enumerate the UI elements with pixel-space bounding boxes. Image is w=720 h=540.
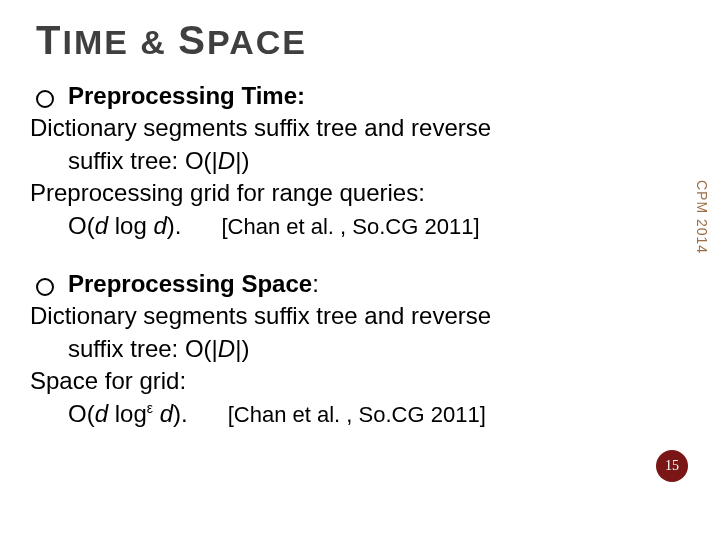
- page-number-badge: 15: [656, 450, 688, 482]
- bullet-1: Preprocessing Time:: [30, 80, 650, 112]
- title-letter-S: S: [178, 18, 207, 62]
- slide-body: Preprocessing Time: Dictionary segments …: [30, 80, 650, 430]
- section2-citation: [Chan et al. , So.CG 2011]: [228, 402, 486, 427]
- page-number: 15: [665, 458, 679, 474]
- conference-label: CPM 2014: [694, 180, 710, 254]
- section1-line2: suffix tree: O(|D|): [30, 145, 650, 177]
- section2-line1: Dictionary segments suffix tree and reve…: [30, 300, 650, 332]
- section1-heading: Preprocessing Time:: [68, 82, 305, 109]
- title-part-pace: PACE: [207, 23, 307, 61]
- title-letter-T: T: [36, 18, 62, 62]
- section2-line4: O(d logε d). [Chan et al. , So.CG 2011]: [30, 398, 650, 430]
- bullet-2: Preprocessing Space:: [30, 268, 650, 300]
- title-part-ime: IME: [62, 23, 128, 61]
- section1-citation: [Chan et al. , So.CG 2011]: [221, 214, 479, 239]
- bullet-icon: [36, 278, 54, 296]
- bullet-icon: [36, 90, 54, 108]
- section2-line3: Space for grid:: [30, 365, 650, 397]
- section2-heading: Preprocessing Space: [68, 270, 312, 297]
- section2-line2: suffix tree: O(|D|): [30, 333, 650, 365]
- slide-title: TIME & SPACE: [36, 18, 307, 63]
- section1-line3: Preprocessing grid for range queries:: [30, 177, 650, 209]
- spacer: [30, 242, 650, 268]
- section1-line4: O(d log d). [Chan et al. , So.CG 2011]: [30, 210, 650, 242]
- title-amp: &: [129, 23, 178, 61]
- slide: { "title": { "t_big": "T", "ime": "IME",…: [0, 0, 720, 540]
- section1-line1: Dictionary segments suffix tree and reve…: [30, 112, 650, 144]
